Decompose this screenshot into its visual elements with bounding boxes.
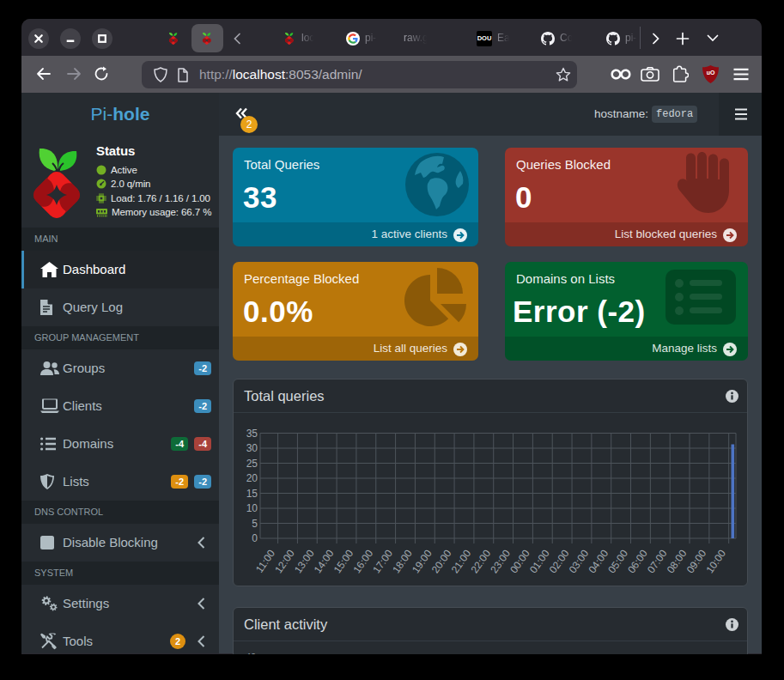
svg-text:05:00: 05:00: [605, 547, 630, 575]
svg-text:19:00: 19:00: [410, 547, 435, 575]
svg-text:07:00: 07:00: [645, 547, 670, 575]
svg-text:25: 25: [246, 458, 258, 470]
svg-text:0: 0: [252, 532, 258, 544]
svg-text:23:00: 23:00: [488, 547, 513, 575]
svg-text:12:00: 12:00: [272, 547, 297, 575]
svg-text:08:00: 08:00: [665, 547, 690, 575]
svg-text:35: 35: [246, 428, 258, 440]
svg-text:00:00: 00:00: [507, 547, 532, 575]
svg-text:14:00: 14:00: [312, 547, 337, 575]
svg-text:15:00: 15:00: [331, 547, 356, 575]
svg-text:22:00: 22:00: [468, 547, 493, 575]
svg-text:06:00: 06:00: [625, 547, 650, 575]
svg-text:01:00: 01:00: [527, 547, 552, 575]
svg-text:10:00: 10:00: [703, 547, 728, 575]
svg-text:16:00: 16:00: [351, 547, 376, 575]
svg-text:15: 15: [246, 488, 258, 500]
svg-text:04:00: 04:00: [586, 547, 611, 575]
svg-text:5: 5: [252, 518, 258, 530]
svg-text:02:00: 02:00: [547, 547, 572, 575]
svg-text:10: 10: [246, 502, 258, 514]
svg-text:17:00: 17:00: [370, 547, 395, 575]
svg-text:20:00: 20:00: [429, 547, 454, 575]
svg-text:30: 30: [246, 442, 258, 454]
svg-text:18:00: 18:00: [390, 547, 415, 575]
svg-text:21:00: 21:00: [449, 547, 474, 575]
svg-text:13:00: 13:00: [292, 547, 317, 575]
svg-text:03:00: 03:00: [567, 547, 592, 575]
svg-text:uO: uO: [707, 70, 715, 76]
svg-text:20: 20: [246, 472, 258, 484]
svg-text:11:00: 11:00: [253, 547, 277, 574]
svg-text:09:00: 09:00: [684, 547, 709, 575]
